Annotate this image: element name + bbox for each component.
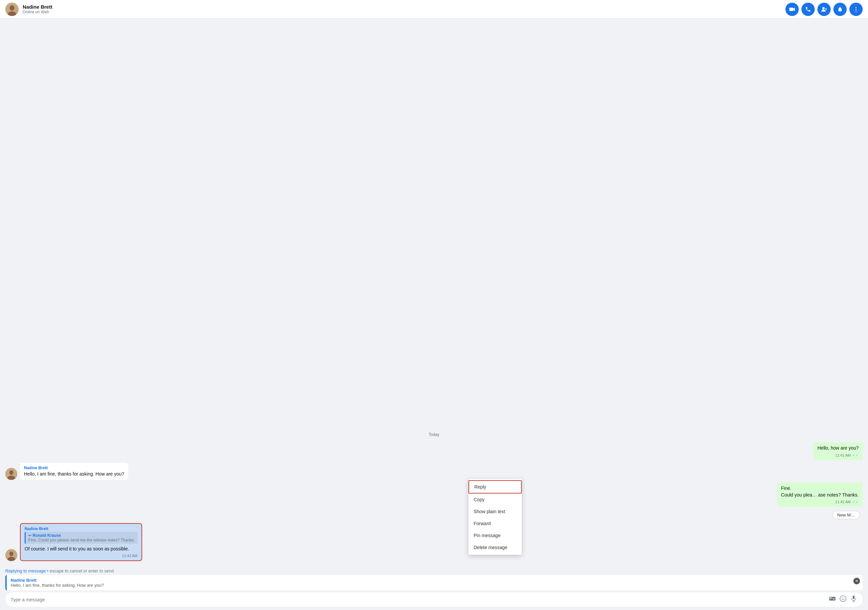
highlighted-time: 11:42 AM [122, 554, 138, 558]
reply-preview-sender: ↩ Ronald Krause [28, 533, 135, 538]
context-reply[interactable]: Reply [468, 480, 522, 494]
input-quote-text: Hello, I am fine, thanks for asking. How… [11, 583, 849, 588]
message-sender-1: Nadine Brett [24, 466, 124, 470]
phone-button[interactable] [801, 3, 815, 16]
chat-header: Nadine Brett Online on Web [0, 0, 868, 19]
video-call-button[interactable] [786, 3, 799, 16]
message-text-2: Hello, I am fine, thanks for asking. How… [24, 471, 124, 478]
sent-bubble-1[interactable]: Hello, how are you? 11:41 AM ✓✓ [814, 442, 863, 460]
svg-rect-20 [852, 596, 855, 599]
context-delete[interactable]: Delete message [468, 542, 522, 553]
message-input-row [5, 592, 863, 607]
contact-name: Nadine Brett [23, 4, 786, 10]
message-input[interactable] [11, 597, 825, 602]
chat-area: Today Hello, how are you? 11:41 AM ✓✓ Na… [0, 19, 868, 567]
new-badge-label: New M… [837, 512, 855, 517]
svg-point-5 [822, 7, 825, 9]
message-time-3: 11:42 AM [835, 500, 851, 504]
close-quote-button[interactable]: ✕ [853, 578, 860, 584]
reply-preview-text: Fine. Could you please send me the relea… [28, 538, 135, 542]
context-menu-box: Reply Copy Show plain text Forward Pin m… [468, 479, 522, 555]
messages-section: Nadine Brett Hello, I am fine, thanks fo… [5, 463, 863, 480]
received-avatar-1 [5, 468, 17, 480]
svg-point-17 [840, 596, 846, 602]
header-actions [786, 3, 863, 16]
notifications-button[interactable] [833, 3, 847, 16]
svg-point-19 [844, 598, 844, 598]
message-row-3: Fine.Could you plea… ase notes? Thanks. … [5, 483, 863, 507]
highlighted-sender: Nadine Brett [25, 526, 138, 531]
message-row-2: Nadine Brett Hello, I am fine, thanks fo… [5, 463, 863, 480]
message-row-1: Hello, how are you? 11:41 AM ✓✓ [5, 442, 863, 460]
received-bubble-1[interactable]: Nadine Brett Hello, I am fine, thanks fo… [20, 463, 128, 480]
received-avatar-2 [5, 549, 17, 561]
contact-avatar[interactable] [5, 3, 19, 16]
sent-bubble-2[interactable]: Fine.Could you plea… ase notes? Thanks. … [777, 483, 863, 507]
context-forward[interactable]: Forward [468, 517, 522, 529]
svg-point-1 [10, 5, 14, 11]
add-contact-button[interactable] [817, 3, 831, 16]
replying-to-label: Replying to message [5, 568, 46, 573]
svg-point-12 [9, 470, 13, 475]
svg-point-18 [842, 598, 842, 598]
contact-info: Nadine Brett Online on Web [23, 4, 786, 14]
voice-icon[interactable] [850, 595, 857, 604]
svg-point-9 [856, 9, 857, 10]
context-pin[interactable]: Pin message [468, 529, 522, 542]
new-message-badge[interactable]: New M… [832, 511, 860, 519]
reply-preview-box: ↩ Ronald Krause Fine. Could you please s… [25, 532, 138, 544]
message-text-1: Hello, how are you? [817, 445, 859, 452]
emoji-icon[interactable] [839, 595, 847, 604]
svg-point-10 [856, 10, 857, 11]
double-check-1: ✓✓ [852, 453, 859, 458]
input-area [0, 590, 868, 610]
svg-point-8 [856, 7, 857, 8]
svg-marker-4 [793, 8, 795, 11]
reply-bar: Replying to message • escape to cancel o… [0, 567, 868, 574]
highlighted-bubble[interactable]: Nadine Brett ↩ Ronald Krause Fine. Could… [20, 523, 142, 561]
input-quote-sender: Nadine Brett [11, 578, 849, 583]
more-options-button[interactable] [849, 3, 863, 16]
input-quote-container: Nadine Brett Hello, I am fine, thanks fo… [0, 574, 868, 590]
context-copy[interactable]: Copy [468, 494, 522, 506]
reply-bar-extra: • escape to cancel or enter to send [46, 568, 113, 573]
attachment-icon[interactable] [829, 595, 836, 604]
context-show-plain[interactable]: Show plain text [468, 506, 522, 517]
highlighted-text: Of course. I will send it to you as soon… [25, 546, 138, 553]
message-text-3: Fine.Could you plea… ase notes? Thanks. [781, 485, 859, 498]
svg-rect-3 [789, 8, 794, 11]
double-check-3: ✓✓ [852, 500, 859, 504]
highlighted-message-row: Nadine Brett ↩ Ronald Krause Fine. Could… [5, 523, 863, 561]
input-quote: Nadine Brett Hello, I am fine, thanks fo… [5, 575, 863, 590]
message-time-1: 11:41 AM [835, 453, 851, 457]
date-divider: Today [5, 432, 863, 437]
contact-status: Online on Web [23, 10, 786, 14]
svg-point-15 [9, 551, 13, 556]
